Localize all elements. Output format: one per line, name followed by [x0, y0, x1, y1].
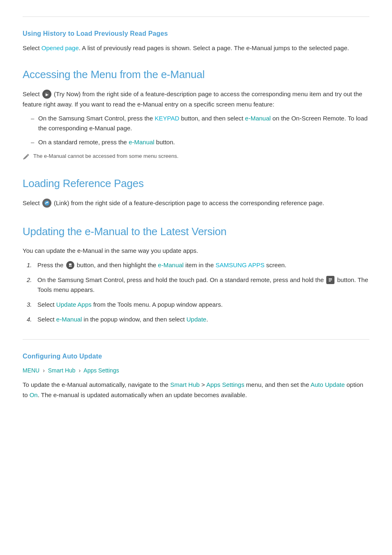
using-history-body: Select Opened page. A list of previously… [23, 43, 369, 53]
dash-item-1: On the Samsung Smart Control, press the … [31, 113, 369, 133]
svg-text:▶: ▶ [45, 92, 48, 97]
keypad-highlight: KEYPAD [154, 115, 179, 122]
using-history-heading: Using History to Load Previously Read Pa… [23, 28, 369, 39]
emanual-highlight-1: e-Manual [245, 115, 271, 122]
smarthub-link: Smart Hub [170, 381, 200, 388]
step-1: Press the button, and then highlight the… [27, 260, 369, 270]
svg-rect-5 [69, 266, 70, 267]
updating-emanual-heading: Updating the e-Manual to the Latest Vers… [23, 223, 369, 240]
breadcrumb: MENU › Smart Hub › Apps Settings [23, 366, 369, 375]
loading-reference-section: Loading Reference Pages Select (Link) fr… [23, 175, 369, 208]
breadcrumb-menu: MENU [23, 367, 39, 374]
update-apps-highlight: Update Apps [56, 301, 92, 308]
note-block: The e-Manual cannot be accessed from som… [23, 152, 369, 160]
updating-intro: You can update the e-Manual in the same … [23, 246, 369, 256]
accessing-menu-section: Accessing the Menu from the e-Manual Sel… [23, 66, 369, 160]
loading-reference-body: Select (Link) from the right side of a f… [23, 198, 369, 208]
emanual-highlight-2: e-Manual [129, 139, 154, 146]
breadcrumb-appsettings: Apps Settings [83, 367, 119, 374]
samsung-apps-highlight: SAMSUNG APPS [215, 261, 264, 268]
loading-reference-heading: Loading Reference Pages [23, 175, 369, 192]
link-icon [42, 199, 51, 208]
accessing-menu-list: On the Samsung Smart Control, press the … [23, 113, 369, 147]
svg-rect-9 [329, 280, 332, 280]
smart-hub-icon-1 [66, 261, 74, 269]
breadcrumb-sep-1: › [43, 367, 45, 374]
svg-rect-6 [70, 266, 71, 267]
update-highlight: Update [187, 316, 206, 323]
on-link: On [30, 391, 38, 398]
accessing-menu-intro: Select ▶ (Try Now) from the right side o… [23, 89, 369, 110]
svg-rect-8 [329, 278, 332, 279]
pencil-icon [23, 153, 30, 160]
autoupdate-link: Auto Update [311, 381, 345, 388]
breadcrumb-smarthub: Smart Hub [48, 367, 76, 374]
updating-emanual-section: Updating the e-Manual to the Latest Vers… [23, 223, 369, 324]
step-3: Select Update Apps from the Tools menu. … [27, 300, 369, 310]
configuring-auto-update-heading: Configuring Auto Update [23, 351, 369, 362]
accessing-menu-heading: Accessing the Menu from the e-Manual [23, 66, 369, 83]
dash-item-2: On a standard remote, press the e-Manual… [31, 137, 369, 147]
emanual-step4: e-Manual [56, 316, 82, 323]
svg-rect-10 [329, 281, 331, 282]
configuring-body: To update the e-Manual automatically, na… [23, 380, 369, 400]
configuring-auto-update-section: Configuring Auto Update MENU › Smart Hub… [23, 339, 369, 400]
step-2: On the Samsung Smart Control, press and … [27, 275, 369, 295]
updating-steps-list: Press the button, and then highlight the… [23, 260, 369, 324]
tools-icon [326, 276, 334, 284]
try-now-icon: ▶ [42, 90, 51, 99]
using-history-section: Using History to Load Previously Read Pa… [23, 16, 369, 53]
breadcrumb-sep-2: › [79, 367, 81, 374]
appsettings-link: Apps Settings [206, 381, 244, 388]
svg-rect-4 [69, 264, 71, 265]
emanual-step1: e-Manual [158, 261, 184, 268]
opened-page-link: Opened page [42, 44, 79, 51]
note-text: The e-Manual cannot be accessed from som… [33, 152, 178, 160]
step-4: Select e-Manual in the popup window, and… [27, 314, 369, 324]
